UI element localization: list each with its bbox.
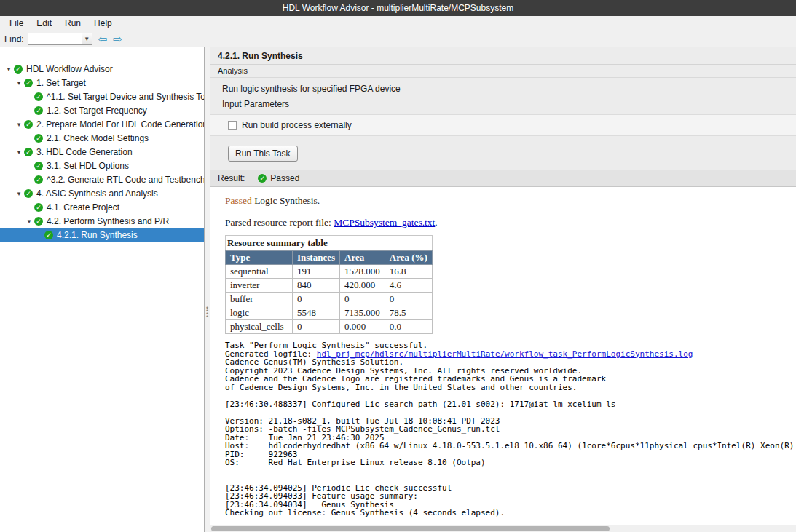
cell-area-pct: 0 xyxy=(385,293,432,306)
menu-file[interactable]: File xyxy=(3,16,30,31)
passed-check-icon xyxy=(34,175,43,184)
horizontal-scrollbar-thumb[interactable] xyxy=(211,526,610,531)
passed-status-text: Passed xyxy=(225,195,252,206)
result-label: Result: xyxy=(218,173,245,183)
menu-edit[interactable]: Edit xyxy=(30,16,58,31)
passed-check-icon xyxy=(34,217,43,226)
cell-area: 0 xyxy=(340,293,385,306)
tree-item-label: HDL Workflow Advisor xyxy=(26,64,113,74)
passed-check-icon xyxy=(34,92,43,101)
find-next-icon[interactable]: ⇨ xyxy=(113,32,122,47)
result-report: Passed Logic Synthesis. Parsed resource … xyxy=(210,187,796,525)
tree-item-set-hdl-options[interactable]: 3.1. Set HDL Options xyxy=(0,159,204,172)
tree-item-label: 4.1. Create Project xyxy=(47,202,119,213)
caret-down-icon[interactable] xyxy=(15,121,23,128)
caret-down-icon[interactable] xyxy=(15,148,23,156)
table-row: logic 5548 7135.000 78.5 xyxy=(226,306,433,320)
tree-item-run-synthesis[interactable]: 4.2.1. Run Synthesis xyxy=(0,228,204,242)
tree-item-label: 4. ASIC Synthesis and Analysis xyxy=(36,188,158,199)
tree-item-label: 2. Prepare Model For HDL Code Generation xyxy=(36,119,205,130)
cell-area-pct: 78.5 xyxy=(385,306,432,320)
gates-report-link[interactable]: MCPSubsystem_gates.txt xyxy=(334,217,435,228)
table-header-row: Type Instances Area Area (%) xyxy=(226,251,433,265)
cell-area: 1528.000 xyxy=(340,265,385,279)
task-description: Run logic synthesis for specified FPGA d… xyxy=(210,78,796,95)
menu-run[interactable]: Run xyxy=(58,16,87,31)
menu-help[interactable]: Help xyxy=(87,16,119,31)
tree-item-label: 4.2.1. Run Synthesis xyxy=(57,230,138,240)
button-row: Run This Task xyxy=(210,136,796,170)
find-dropdown-button[interactable]: ▼ xyxy=(82,33,92,45)
cell-instances: 0 xyxy=(293,320,340,334)
task-panel: 4.2.1. Run Synthesis Analysis Run logic … xyxy=(210,47,796,532)
task-title: 4.2.1. Run Synthesis xyxy=(210,47,796,65)
tree-item-label: 4.2. Perform Synthesis and P/R xyxy=(47,216,169,226)
table-row: buffer 0 0 0 xyxy=(226,293,433,306)
caret-down-icon[interactable] xyxy=(4,65,13,73)
caret-down-icon[interactable] xyxy=(25,218,34,225)
run-this-task-button[interactable]: Run This Task xyxy=(228,146,298,162)
cell-area: 420.000 xyxy=(340,279,385,293)
horizontal-scrollbar[interactable] xyxy=(210,525,796,532)
passed-check-icon xyxy=(24,189,33,198)
tree-item-label: 1. Set Target xyxy=(36,78,86,88)
input-parameters-label: Input Parameters xyxy=(210,95,796,114)
menu-bar: File Edit Run Help xyxy=(0,16,796,31)
passed-check-icon xyxy=(34,203,43,212)
splitter-grip-icon xyxy=(206,306,208,318)
caret-down-icon[interactable] xyxy=(15,79,23,87)
cell-instances: 5548 xyxy=(293,306,340,320)
cell-type: sequential xyxy=(226,265,293,279)
tree-item-set-target[interactable]: 1. Set Target xyxy=(0,76,204,90)
tree-item-label: 1.2. Set Target Frequency xyxy=(47,106,147,116)
run-externally-checkbox[interactable] xyxy=(228,121,237,130)
cell-area: 7135.000 xyxy=(340,306,385,320)
col-header-area: Area xyxy=(340,251,385,265)
window-title: HDL Workflow Advisor - multiplierMultiRa… xyxy=(0,0,796,16)
passed-check-icon xyxy=(24,79,33,87)
passed-check-icon xyxy=(258,174,267,183)
tree-item-set-target-device[interactable]: ^1.1. Set Target Device and Synthesis To… xyxy=(0,90,204,103)
find-input[interactable] xyxy=(28,33,82,45)
tree-item-perform-synthesis[interactable]: 4.2. Perform Synthesis and P/R xyxy=(0,214,204,228)
tree-item-generate-rtl[interactable]: ^3.2. Generate RTL Code and Testbench xyxy=(0,172,204,186)
tree-item-root[interactable]: HDL Workflow Advisor xyxy=(0,62,204,76)
tree-item-hdl-code-generation[interactable]: 3. HDL Code Generation xyxy=(0,145,204,159)
cell-type: inverter xyxy=(226,279,293,293)
col-header-type: Type xyxy=(226,251,293,265)
cell-type: logic xyxy=(226,306,293,320)
cell-instances: 0 xyxy=(293,293,340,306)
report-file-suffix: . xyxy=(435,217,437,228)
report-file-prefix: Parsed resource report file: xyxy=(225,217,334,228)
task-section-label: Analysis xyxy=(210,65,796,78)
passed-check-icon xyxy=(34,106,43,115)
passed-check-icon xyxy=(24,148,33,156)
tree-item-asic-synthesis[interactable]: 4. ASIC Synthesis and Analysis xyxy=(0,186,204,200)
col-header-area-pct: Area (%) xyxy=(385,251,432,265)
result-value: Passed xyxy=(270,173,299,183)
run-externally-label: Run build process externally xyxy=(242,120,352,130)
tree-item-prepare-model[interactable]: 2. Prepare Model For HDL Code Generation xyxy=(0,117,204,131)
tree-item-check-model-settings[interactable]: 2.1. Check Model Settings xyxy=(0,131,204,145)
caret-down-icon[interactable] xyxy=(15,190,23,197)
tree-item-label: ^3.2. Generate RTL Code and Testbench xyxy=(47,175,205,185)
col-header-instances: Instances xyxy=(293,251,340,265)
result-row: Result: Passed xyxy=(210,170,796,187)
tree-item-label: 3. HDL Code Generation xyxy=(36,147,133,157)
cell-area: 0.000 xyxy=(340,320,385,334)
resource-summary-table: Resource summary table Type Instances Ar… xyxy=(225,235,433,334)
passed-check-icon xyxy=(14,65,23,74)
find-previous-icon[interactable]: ⇦ xyxy=(98,32,108,47)
tree-item-create-project[interactable]: 4.1. Create Project xyxy=(0,200,204,214)
panel-splitter[interactable] xyxy=(205,47,210,532)
cell-area-pct: 4.6 xyxy=(385,279,432,293)
log-body: Cadence Genus(TM) Synthesis Solution. Co… xyxy=(225,357,796,525)
table-row: inverter 840 420.000 4.6 xyxy=(226,279,433,293)
passed-check-icon xyxy=(44,231,53,239)
passed-check-icon xyxy=(34,162,43,170)
chevron-down-icon: ▼ xyxy=(84,36,90,42)
tree-item-set-target-frequency[interactable]: 1.2. Set Target Frequency xyxy=(0,103,204,117)
main-area: HDL Workflow Advisor 1. Set Target ^1.1.… xyxy=(0,47,796,532)
passed-check-icon xyxy=(24,120,33,129)
synthesis-log: Task "Perform Logic Synthesis" successfu… xyxy=(225,341,796,525)
